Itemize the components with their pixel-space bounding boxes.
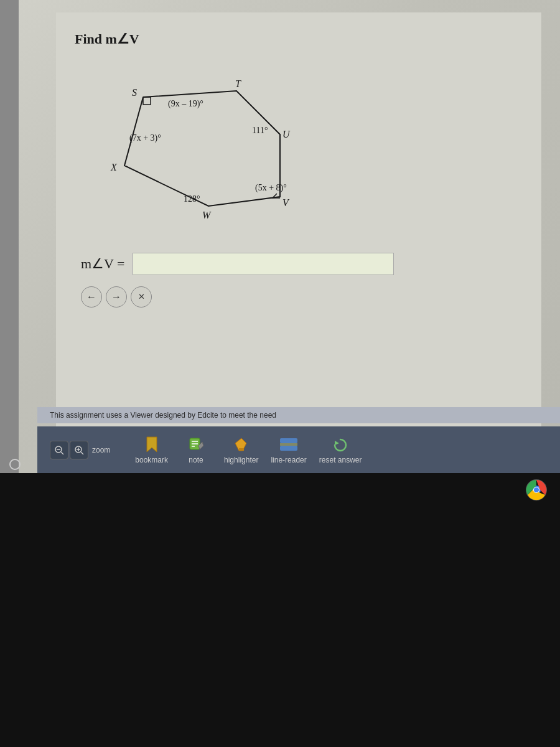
highlighter-button[interactable]: highlighter: [218, 436, 264, 464]
svg-point-34: [534, 487, 539, 492]
svg-text:(9x – 19)°: (9x – 19)°: [168, 99, 203, 109]
zoom-label: zoom: [92, 446, 110, 454]
svg-line-13: [61, 452, 63, 454]
system-button[interactable]: [9, 459, 21, 470]
geometry-figure: S T U V W X (9x – 19)° (7x + 3)°: [87, 60, 386, 234]
chrome-icon: [525, 479, 548, 501]
svg-rect-26: [239, 448, 244, 451]
zoom-in-button[interactable]: [70, 441, 88, 459]
back-button[interactable]: ←: [81, 286, 102, 308]
svg-text:U: U: [282, 129, 291, 139]
svg-marker-30: [335, 441, 339, 445]
svg-text:111°: 111°: [252, 126, 268, 135]
answer-input[interactable]: [133, 253, 394, 275]
clear-button[interactable]: ✕: [131, 286, 152, 308]
svg-text:T: T: [235, 78, 241, 89]
svg-text:W: W: [202, 210, 212, 220]
reset-answer-button[interactable]: reset answer: [313, 436, 368, 464]
svg-marker-19: [147, 437, 157, 452]
svg-text:S: S: [132, 87, 137, 98]
forward-button[interactable]: →: [106, 286, 127, 308]
svg-text:(7x + 3)°: (7x + 3)°: [129, 133, 161, 143]
svg-rect-29: [280, 443, 297, 446]
attribution-text: This assignment uses a Viewer designed b…: [37, 407, 560, 423]
svg-rect-28: [280, 446, 297, 451]
reset-answer-label: reset answer: [319, 456, 362, 464]
svg-text:X: X: [110, 162, 118, 172]
note-label: note: [189, 456, 203, 464]
bookmark-label: bookmark: [135, 456, 168, 464]
zoom-group: zoom: [50, 441, 110, 459]
reset-icon: [332, 436, 349, 453]
svg-text:V: V: [282, 197, 290, 208]
svg-text:(5x + 8)°: (5x + 8)°: [255, 183, 287, 193]
nav-buttons: ← → ✕: [81, 286, 523, 308]
highlighter-icon: [233, 436, 250, 453]
highlighter-label: highlighter: [224, 456, 258, 464]
toolbar: zoom bookmark note: [37, 426, 560, 473]
svg-rect-0: [143, 97, 151, 105]
bookmark-button[interactable]: bookmark: [129, 436, 174, 464]
zoom-out-button[interactable]: [50, 441, 68, 459]
line-reader-label: line-reader: [271, 456, 306, 464]
answer-label: m∠V =: [81, 256, 125, 272]
line-reader-icon: [280, 436, 297, 453]
svg-line-16: [81, 452, 83, 454]
note-button[interactable]: note: [174, 436, 218, 464]
problem-title: Find m∠V: [75, 31, 523, 47]
line-reader-button[interactable]: line-reader: [264, 436, 312, 464]
note-icon: [187, 436, 205, 453]
bookmark-icon: [143, 436, 161, 453]
svg-rect-27: [280, 438, 297, 443]
svg-text:128°: 128°: [184, 194, 200, 204]
